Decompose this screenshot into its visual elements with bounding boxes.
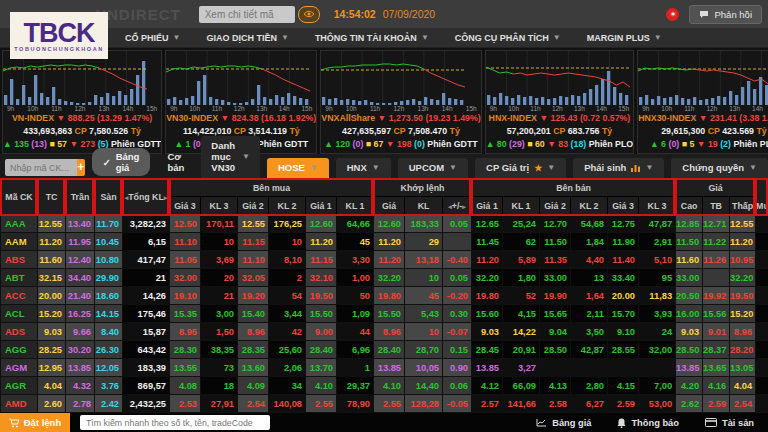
add-symbol-button[interactable]: + — [77, 159, 85, 176]
table-row: AGG28.2530.2026.30643,4228.3038,3528.352… — [1, 341, 768, 359]
notification-dot-icon[interactable]: ✶ — [666, 8, 679, 21]
nav-item-2[interactable]: THÔNG TIN TÀI KHOẢN▼ — [302, 28, 442, 47]
board-toggle[interactable]: ✓ Bảng giá — [92, 148, 151, 176]
symbol-cell[interactable]: ABT — [1, 269, 38, 287]
nav-item-4[interactable]: MARGIN PLUS▼ — [574, 28, 675, 47]
price-cell: 12.05 — [95, 359, 123, 377]
price-cell: 54 — [269, 287, 306, 305]
index-summary[interactable]: HNX-INDEX ▼ 125.43 (0.72 0.57%) — [486, 113, 633, 126]
symbol-cell[interactable]: AGM — [1, 359, 38, 377]
price-cell: 34.40 — [66, 269, 95, 287]
price-cell — [756, 233, 768, 251]
price-cell: 13.85 — [472, 359, 503, 377]
sub-col-header[interactable]: KL 3 — [201, 197, 238, 215]
eye-icon[interactable] — [298, 6, 320, 23]
price-cell: 12.85 — [676, 215, 703, 233]
price-cell: 3,27 — [503, 359, 540, 377]
nav-item-3[interactable]: CÔNG CỤ PHÂN TÍCH▼ — [442, 28, 574, 47]
index-summary[interactable]: VNXAllShare ▼ 1,273.50 (19.23 1.49%) — [321, 113, 480, 126]
symbol-cell[interactable]: ACL — [1, 305, 38, 323]
nav-item-0[interactable]: CỔ PHIẾU▼ — [112, 28, 193, 47]
sub-col-header[interactable]: Giá 3 — [608, 197, 639, 215]
symbol-cell[interactable]: AAA — [1, 215, 38, 233]
sub-col-header[interactable]: Giá 2 — [540, 197, 571, 215]
index-chart-panel: 9h10h11h12h13h14h15h VN-INDEX ▼ 888.25 (… — [2, 50, 162, 154]
sub-col-header[interactable]: KL 3 — [639, 197, 676, 215]
sub-col-header[interactable]: KL 1 — [337, 197, 374, 215]
price-cell: 11.70 — [95, 215, 123, 233]
price-cell: 2 — [269, 269, 306, 287]
price-cell: 27,91 — [201, 395, 238, 413]
index-summary[interactable]: HNX30-INDEX ▼ 231.41 (3.38 1.44%) — [638, 113, 768, 126]
tab-cp-giá-trị[interactable]: CP Giá trị★▼ — [475, 158, 566, 178]
price-cell — [756, 305, 768, 323]
symbol-cell[interactable]: AMD — [1, 395, 38, 413]
index-summary[interactable]: VN-INDEX ▼ 888.25 (13.29 1.47%) — [3, 113, 161, 126]
sub-col-header[interactable]: Giá 1 — [472, 197, 503, 215]
feedback-button[interactable]: Phản hồi — [689, 5, 762, 24]
price-cell: 9.10 — [608, 323, 639, 341]
market-breadth: ▲ 6 (0) ■ 5 ▼ 19 (2) Phiên PLO — [638, 139, 768, 152]
place-order-button[interactable]: Đặt lệnh — [0, 413, 70, 432]
sub-col-header[interactable]: Cao — [676, 197, 703, 215]
price-cell — [756, 359, 768, 377]
col-header[interactable]: Trần — [66, 179, 95, 215]
price-cell: 3,282,23 — [123, 215, 170, 233]
chevron-down-icon: ▼ — [749, 163, 757, 172]
price-cell: 11.05 — [170, 251, 201, 269]
symbol-cell[interactable]: AGG — [1, 341, 38, 359]
symbol-cell[interactable]: ABS — [1, 251, 38, 269]
price-cell: 2,11 — [571, 305, 608, 323]
sub-col-header[interactable]: Thấp — [730, 197, 756, 215]
sub-col-header[interactable]: TB — [703, 197, 730, 215]
price-cell: 13.70 — [306, 359, 337, 377]
sub-col-header[interactable]: Giá — [374, 197, 405, 215]
sub-col-header[interactable]: ◂+/-▸ — [443, 197, 472, 215]
quote-search-input[interactable] — [199, 6, 295, 23]
price-cell: 11.20 — [730, 233, 756, 251]
sub-col-header[interactable]: Giá 1 — [306, 197, 337, 215]
account-search-input[interactable] — [80, 415, 270, 430]
chevron-down-icon: ▼ — [281, 33, 289, 42]
sub-col-header[interactable]: KL 2 — [269, 197, 306, 215]
price-cell: 10 — [405, 269, 443, 287]
col-header[interactable]: ◂Tổng KL▸ — [123, 179, 170, 215]
sub-col-header[interactable]: KL 1 — [503, 197, 540, 215]
price-cell: 38,35 — [201, 341, 238, 359]
basic-view-button[interactable]: Cơ bản — [157, 148, 194, 176]
bottom-link-2[interactable]: Tài sản — [705, 418, 754, 428]
symbol-cell[interactable]: ACC — [1, 287, 38, 305]
price-cell: 11.40 — [608, 251, 639, 269]
bottom-link-0[interactable]: Bảng giá — [536, 418, 591, 428]
index-summary[interactable]: VN30-INDEX ▼ 824.38 (16.18 1.92%) — [166, 113, 316, 126]
sub-col-header[interactable]: KL 2 — [571, 197, 608, 215]
bottom-link-1[interactable]: Thông báo — [617, 418, 679, 428]
price-cell: 11.26 — [703, 251, 730, 269]
col-header[interactable]: TC — [38, 179, 66, 215]
tab-hnx[interactable]: HNX▼ — [336, 158, 391, 178]
sub-col-header[interactable]: KL — [405, 197, 443, 215]
price-cell: 28.40 — [374, 341, 405, 359]
col-header[interactable]: Mã CK — [1, 179, 38, 215]
symbol-cell[interactable]: AGR — [1, 377, 38, 395]
symbol-cell[interactable]: ADS — [1, 323, 38, 341]
price-cell: 8.40 — [95, 323, 123, 341]
sub-col-header[interactable]: Giá 2 — [238, 197, 269, 215]
chevron-down-icon: ▼ — [372, 163, 380, 172]
price-cell: 417,47 — [123, 251, 170, 269]
portfolio-dropdown[interactable]: Danh mục VN30▼ — [201, 136, 260, 178]
nav-item-1[interactable]: GIAO DỊCH TIỀN▼ — [193, 28, 301, 47]
tab-phái-sinh[interactable]: Phái sinh▼ — [573, 158, 664, 178]
symbol-input[interactable] — [5, 159, 77, 176]
price-cell: 19.80 — [374, 287, 405, 305]
col-header[interactable]: Sàn — [95, 179, 123, 215]
tab-hose[interactable]: HOSE▼ — [267, 158, 329, 178]
sub-col-header[interactable]: Giá 3 — [170, 197, 201, 215]
price-cell: -0.20 — [443, 287, 472, 305]
symbol-cell[interactable]: AAM — [1, 233, 38, 251]
price-cell: 170,11 — [201, 215, 238, 233]
price-cell: 8,10 — [269, 251, 306, 269]
price-cell: 21 — [201, 287, 238, 305]
tab-chứng-quyền[interactable]: Chứng quyền▼ — [671, 158, 768, 178]
tab-upcom[interactable]: UPCOM▼ — [398, 158, 468, 178]
